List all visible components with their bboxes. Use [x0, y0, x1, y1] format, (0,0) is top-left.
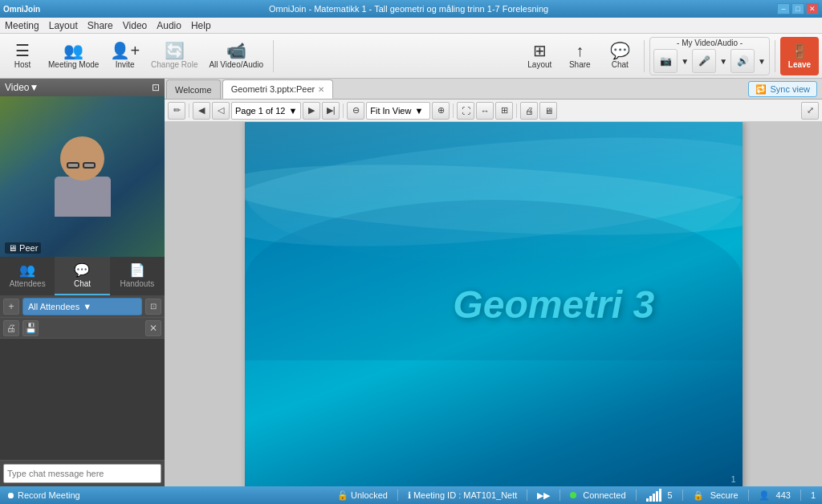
signal-bar-2 — [649, 496, 652, 502]
toolbar-separator-3 — [775, 40, 775, 72]
prev-page-button[interactable]: ◀ — [193, 102, 210, 120]
add-chat-button[interactable]: + — [3, 299, 19, 315]
signal-count: 5 — [668, 490, 673, 500]
my-video-audio-group: - My Video/Audio - 📷 ▼ 🎤 ▼ 🔊 ▼ — [649, 37, 770, 75]
connected-indicator — [570, 492, 576, 498]
screen-button[interactable]: 🖥 — [539, 102, 557, 120]
lock-status: 🔓 Unlocked — [337, 490, 388, 501]
speaker-button[interactable]: 🔊 — [730, 49, 755, 73]
chat-clear-button[interactable]: ✕ — [145, 320, 161, 336]
menu-share[interactable]: Share — [87, 20, 113, 31]
signal-bar-3 — [653, 494, 655, 502]
minimize-button[interactable]: – — [777, 3, 790, 14]
sync-view-button[interactable]: 🔁 Sync view — [748, 81, 817, 97]
slide-wave-4 — [245, 200, 743, 360]
chat-button[interactable]: 💬 Chat — [600, 37, 639, 75]
handouts-icon: 📄 — [129, 262, 145, 278]
dropdown-arrow-icon: ▼ — [83, 302, 92, 311]
chat-input[interactable] — [3, 464, 161, 483]
menu-audio[interactable]: Audio — [157, 20, 181, 31]
video-area: 🖥 Peer — [0, 96, 165, 257]
meeting-mode-label: Meeting Mode — [48, 60, 99, 69]
app-logo: OmniJoin — [3, 5, 40, 14]
participants-count: 443 — [776, 490, 791, 500]
camera-button[interactable]: 📷 — [653, 49, 678, 73]
monitor-icon: 🖥 — [8, 243, 17, 253]
record-status[interactable]: ⏺ Record Meeting — [6, 490, 80, 500]
change-role-button[interactable]: 🔄 Change Role — [146, 37, 202, 75]
all-video-audio-button[interactable]: 📹 All Video/Audio — [204, 37, 268, 75]
status-sep-6 — [748, 490, 749, 501]
tab-chat[interactable]: 💬 Chat — [55, 257, 109, 295]
fit-dropdown[interactable]: Fit In View ▼ — [366, 102, 430, 120]
fit-width-button[interactable]: ↔ — [476, 102, 494, 120]
record-label: Record Meeting — [18, 490, 80, 500]
welcome-tab[interactable]: Welcome — [166, 79, 221, 99]
sync-label: Sync view — [770, 84, 810, 94]
page-dropdown-arrow: ▼ — [288, 106, 297, 116]
peer-label: 🖥 Peer — [5, 242, 41, 254]
maximize-button[interactable]: □ — [791, 3, 804, 14]
pencil-tool-button[interactable]: ✏ — [168, 102, 185, 120]
av-arrow-2: ▼ — [719, 57, 727, 66]
chat-toolbar: + All Attendees ▼ ⊡ — [0, 295, 165, 318]
status-sep-3 — [560, 490, 560, 501]
toolbar: ☰ Host 👥 Meeting Mode 👤+ Invite 🔄 Change… — [0, 34, 822, 79]
close-button[interactable]: ✕ — [806, 3, 819, 14]
status-sep-1 — [397, 490, 398, 501]
menu-help[interactable]: Help — [191, 20, 211, 31]
back-button[interactable]: ◁ — [212, 102, 230, 120]
mic-button[interactable]: 🎤 — [692, 49, 716, 73]
hamburger-icon: ☰ — [15, 43, 30, 59]
peer-tab[interactable]: Geometri 3.pptx:Peer ✕ — [222, 79, 334, 99]
share-button[interactable]: ↑ Share — [560, 37, 599, 75]
video-expand-icon[interactable]: ⊡ — [152, 82, 160, 93]
slide-title: Geometri 3 — [453, 282, 654, 327]
main-area: Video ▼ ⊡ 🖥 — [0, 79, 822, 486]
tab-attendees[interactable]: 👥 Attendees — [0, 257, 55, 295]
chat-recipient-dropdown[interactable]: All Attendees ▼ — [22, 298, 142, 315]
share-icon: ↑ — [576, 43, 584, 59]
fullscreen-button[interactable]: ⛶ — [457, 102, 474, 120]
print-slide-button[interactable]: 🖨 — [520, 102, 538, 120]
peer-tab-close[interactable]: ✕ — [318, 85, 324, 94]
statusbar: ⏺ Record Meeting 🔓 Unlocked ℹ Meeting ID… — [0, 486, 822, 504]
zoom-in-button[interactable]: ⊕ — [432, 102, 450, 120]
layout-button[interactable]: ⊞ Layout — [520, 37, 559, 75]
last-page-button[interactable]: ▶| — [322, 102, 340, 120]
video-dropdown-icon: ▼ — [29, 82, 39, 93]
welcome-tab-label: Welcome — [175, 85, 212, 95]
menu-layout[interactable]: Layout — [49, 20, 78, 31]
leave-button[interactable]: 🚪 Leave — [780, 37, 819, 75]
chat-messages — [0, 339, 165, 460]
content-tabs: Welcome Geometri 3.pptx:Peer ✕ 🔁 Sync vi… — [165, 79, 822, 100]
page-selector[interactable]: Page 1 of 12 ▼ — [231, 102, 301, 120]
expand-pres-button[interactable]: ⤢ — [801, 102, 819, 120]
video-audio-icon: 📹 — [226, 43, 246, 59]
chat-print-button[interactable]: 🖨 — [3, 320, 19, 336]
connected-label: Connected — [583, 490, 625, 500]
slide-area: Geometri 3 1 — [165, 122, 822, 486]
zoom-out-button[interactable]: ⊖ — [347, 102, 364, 120]
menu-video[interactable]: Video — [123, 20, 147, 31]
pres-sep-4 — [516, 104, 517, 118]
signal-bar-4 — [656, 491, 658, 502]
signal-bars — [646, 489, 661, 502]
chat-save-button[interactable]: 💾 — [22, 320, 39, 336]
presentation-toolbar: ✏ ◀ ◁ Page 1 of 12 ▼ ▶ ▶| ⊖ Fit In View … — [165, 100, 822, 122]
chat-recipient-label: All Attendees — [28, 302, 79, 311]
chat-input-area — [0, 460, 165, 486]
next-page-button[interactable]: ▶ — [303, 102, 320, 120]
meeting-mode-button[interactable]: 👥 Meeting Mode — [43, 37, 104, 75]
invite-button[interactable]: 👤+ Invite — [105, 37, 144, 75]
host-label: Host — [14, 60, 31, 69]
all-video-audio-label: All Video/Audio — [209, 60, 263, 69]
fit-page-button[interactable]: ⊞ — [495, 102, 513, 120]
tab-handouts[interactable]: 📄 Handouts — [110, 257, 165, 295]
hamburger-menu-button[interactable]: ☰ Host — [3, 37, 42, 75]
meeting-id-label: Meeting ID : MAT101_Nett — [413, 490, 517, 500]
chat-minimize-button[interactable]: ⊡ — [145, 299, 161, 315]
invite-label: Invite — [116, 60, 135, 69]
titlebar: OmniJoin OmniJoin - Matematikk 1 - Tall … — [0, 0, 822, 18]
menu-meeting[interactable]: Meeting — [5, 20, 39, 31]
